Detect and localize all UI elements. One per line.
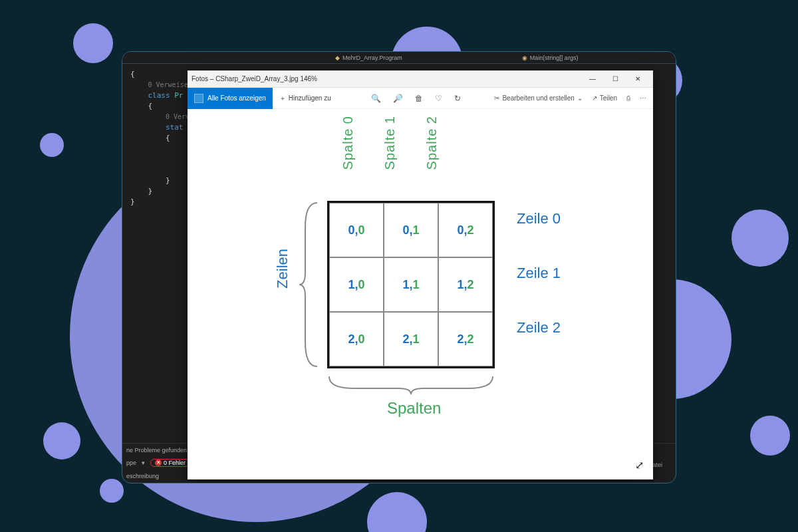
minimize-button[interactable]: ― (581, 70, 604, 88)
show-all-photos-button[interactable]: Alle Fotos anzeigen (188, 88, 273, 109)
errors-badge[interactable]: ✕ 0 Fehler (150, 459, 190, 467)
vs-crumb-class[interactable]: ◆ MehrD_Array.Program (335, 55, 402, 61)
button-label: Alle Fotos anzeigen (207, 94, 266, 102)
edit-create-button[interactable]: ✂ Bearbeiten und erstellen ⌄ (494, 94, 582, 102)
gallery-icon (194, 94, 203, 103)
keyword: class (148, 91, 170, 100)
array-grid: 0,0 0,1 0,2 1,0 1,1 1,2 2,0 2,1 2,2 (327, 201, 495, 368)
bg-circle (732, 209, 789, 267)
row-headers: Zeile 0 Zeile 1 Zeile 2 (517, 210, 561, 336)
references-hint: 0 Verweise (148, 81, 188, 88)
left-brace-icon (297, 201, 321, 368)
column-headers: Spalte 0 Spalte 1 Spalte 2 (340, 116, 440, 170)
bg-circle (367, 492, 427, 532)
crumb-label: MehrD_Array.Program (342, 55, 402, 61)
cell-1-1: 1,1 (384, 257, 438, 312)
bg-circle (43, 422, 80, 460)
delete-icon[interactable]: 🗑 (415, 94, 423, 103)
cell-2-1: 2,1 (384, 312, 438, 366)
share-icon: ↗ (592, 94, 597, 102)
cell-0-0: 0,0 (329, 203, 384, 257)
cell-2-0: 2,0 (329, 312, 384, 366)
photos-toolbar: Alle Fotos anzeigen ＋ Hinzufügen zu 🔍 🔎 … (188, 88, 653, 109)
print-icon[interactable]: ⎙ (626, 94, 630, 102)
cols-axis-label: Spalten (387, 399, 441, 418)
bg-circle (750, 416, 790, 456)
cell-2-2: 2,2 (438, 312, 493, 366)
rows-axis-label: Zeilen (274, 249, 291, 289)
zoom-in-icon[interactable]: 🔍 (371, 94, 381, 103)
window-title: Fotos – CSharp_ZweiD_Array_3.jpg 146% (192, 75, 317, 82)
cell-0-2: 0,2 (438, 203, 493, 257)
dropdown-label[interactable]: ppe (126, 460, 136, 466)
status-text: ne Probleme gefunden (126, 447, 187, 454)
share-button[interactable]: ↗ Teilen (592, 94, 617, 102)
row-label: Zeile 0 (517, 210, 561, 227)
button-label: Teilen (600, 94, 617, 102)
crop-icon: ✂ (494, 94, 499, 102)
error-x-icon: ✕ (155, 460, 162, 466)
col-label: Spalte 1 (382, 116, 398, 170)
row-label: Zeile 2 (517, 319, 561, 336)
button-label: Hinzufügen zu (289, 94, 331, 102)
class-name: Pr (174, 91, 183, 100)
photos-window: Fotos – CSharp_ZweiD_Array_3.jpg 146% ― … (188, 70, 653, 479)
method-icon: ◉ (522, 55, 527, 61)
expand-icon[interactable]: ⤢ (635, 459, 644, 471)
favorite-icon[interactable]: ♡ (435, 94, 442, 103)
bottom-brace-icon (327, 372, 495, 396)
cell-1-0: 1,0 (329, 257, 384, 312)
cell-1-2: 1,2 (438, 257, 493, 312)
row-label: Zeile 1 (517, 265, 561, 282)
dropdown-arrow-icon[interactable]: ▾ (142, 460, 145, 466)
col-label: Spalte 0 (340, 116, 356, 170)
description-label: eschreibung (126, 473, 159, 479)
plus-icon: ＋ (279, 94, 286, 103)
bg-circle (100, 479, 124, 503)
photos-titlebar: Fotos – CSharp_ZweiD_Array_3.jpg 146% ― … (188, 70, 653, 88)
photos-canvas: Spalte 0 Spalte 1 Spalte 2 Zeilen 0,0 0,… (188, 109, 653, 479)
vs-breadcrumb-bar: ◆ MehrD_Array.Program ◉ Main(string[] ar… (122, 52, 676, 64)
keyword: stat (166, 123, 184, 132)
references-hint: 0 Verv (166, 113, 190, 120)
zoom-out-icon[interactable]: 🔎 (393, 94, 403, 103)
class-icon: ◆ (335, 55, 340, 61)
rotate-icon[interactable]: ↻ (454, 94, 461, 103)
close-button[interactable]: ✕ (626, 70, 649, 88)
crumb-label: Main(string[] args) (530, 55, 579, 61)
errors-count: 0 Fehler (164, 460, 186, 466)
maximize-button[interactable]: ☐ (604, 70, 626, 88)
add-to-button[interactable]: ＋ Hinzufügen zu (273, 94, 338, 103)
chevron-down-icon: ⌄ (577, 94, 583, 102)
col-label: Spalte 2 (424, 116, 440, 170)
visual-studio-window: ◆ MehrD_Array.Program ◉ Main(string[] ar… (122, 51, 676, 483)
bg-circle (40, 133, 64, 157)
cell-0-1: 0,1 (384, 203, 438, 257)
button-label: Bearbeiten und erstellen (502, 94, 574, 102)
bg-circle (73, 23, 113, 63)
vs-crumb-method[interactable]: ◉ Main(string[] args) (522, 55, 579, 61)
more-icon[interactable]: ⋯ (640, 94, 646, 102)
